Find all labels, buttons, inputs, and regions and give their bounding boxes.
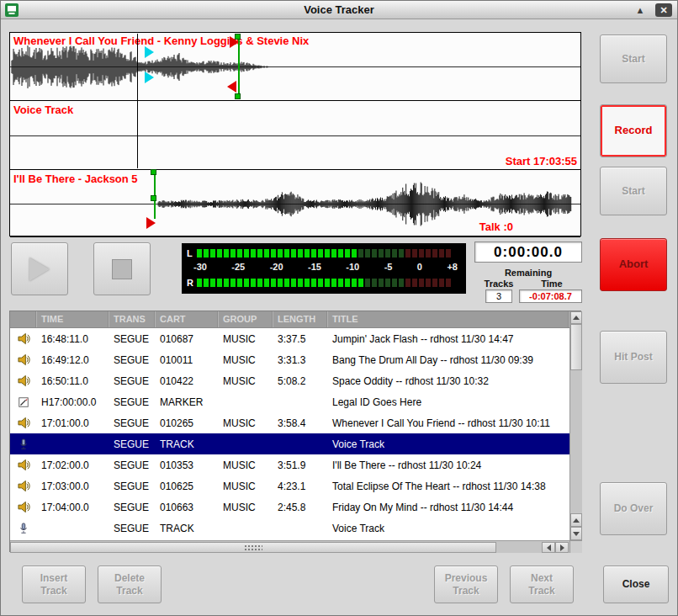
cell-cart: 010422 bbox=[156, 375, 219, 387]
close-button[interactable]: Close bbox=[603, 566, 669, 603]
log-table-row[interactable]: H17:00:00.0 SEGUE MARKER Legal ID Goes H… bbox=[10, 391, 569, 412]
log-table-row[interactable]: 17:02:00.0 SEGUE 010353 MUSIC 3:51.9 I'l… bbox=[10, 454, 569, 475]
log-table-body: 16:48:11.0 SEGUE 010687 MUSIC 3:37.5 Jum… bbox=[10, 328, 569, 540]
log-table-row[interactable]: 17:04:00.0 SEGUE 010663 MUSIC 2:45.8 Fri… bbox=[10, 497, 569, 518]
row-type-icon bbox=[10, 501, 37, 513]
cell-title: Voice Track bbox=[328, 523, 569, 534]
audio-meter: L -30-25-20-15-10-50+8 R bbox=[182, 243, 466, 294]
column-header-length: LENGTH bbox=[273, 311, 328, 327]
cell-time: H17:00:00.0 bbox=[37, 396, 109, 408]
cell-cart: 010663 bbox=[156, 502, 219, 513]
cell-group: MUSIC bbox=[219, 459, 273, 471]
cell-title: Total Eclipse Of The Heart -- rdhost 11/… bbox=[328, 481, 569, 492]
cell-group: MUSIC bbox=[219, 354, 273, 366]
column-header-icon bbox=[10, 311, 37, 327]
track3-talk-time: Talk :0 bbox=[479, 220, 513, 233]
log-table-row[interactable]: 16:48:11.0 SEGUE 010687 MUSIC 3:37.5 Jum… bbox=[10, 328, 569, 349]
track2-centerline bbox=[10, 135, 580, 136]
speaker-icon bbox=[18, 374, 30, 387]
scroll-up-icon[interactable] bbox=[570, 513, 582, 527]
row-type-icon bbox=[10, 459, 37, 471]
start-button-1[interactable]: Start bbox=[600, 35, 667, 83]
meter-right-segments bbox=[197, 279, 451, 287]
time-remaining-value: -0:07:08.7 bbox=[519, 289, 582, 303]
scrollbar-corner bbox=[569, 540, 582, 553]
do-over-button[interactable]: Do Over bbox=[600, 482, 667, 535]
log-table-row[interactable]: 16:50:11.0 SEGUE 010422 MUSIC 5:08.2 Spa… bbox=[10, 370, 569, 391]
tracks-remaining-label: Tracks bbox=[477, 279, 521, 289]
insert-track-button[interactable]: Insert Track bbox=[22, 566, 86, 603]
log-table-row[interactable]: SEGUE TRACK Voice Track bbox=[10, 518, 569, 539]
hit-post-button[interactable]: Hit Post bbox=[600, 331, 667, 384]
cell-length: 4:23.1 bbox=[273, 481, 328, 492]
abort-button[interactable]: Abort bbox=[600, 238, 667, 291]
cell-cart: MARKER bbox=[156, 396, 219, 408]
cell-length: 3:51.9 bbox=[273, 459, 328, 471]
speaker-icon bbox=[18, 417, 30, 429]
track-region-1[interactable]: Whenever I Call You Friend - Kenny Loggi… bbox=[10, 33, 580, 101]
next-track-button[interactable]: Next Track bbox=[510, 566, 574, 603]
cell-group: MUSIC bbox=[219, 417, 273, 429]
log-table-header: TIME TRANS CART GROUP LENGTH TITLE bbox=[10, 311, 569, 328]
cell-group: MUSIC bbox=[219, 375, 273, 387]
horizontal-scroll-thumb[interactable] bbox=[10, 542, 496, 553]
fade-marker-icon[interactable] bbox=[227, 81, 236, 93]
segue-marker-icon[interactable] bbox=[145, 72, 154, 83]
track3-edit-handle-mid[interactable] bbox=[151, 195, 156, 201]
cell-time: 17:04:00.0 bbox=[37, 502, 109, 513]
previous-track-button[interactable]: Previous Track bbox=[434, 566, 498, 603]
vertical-scrollbar[interactable] bbox=[569, 311, 582, 540]
column-header-trans: TRANS bbox=[109, 311, 156, 327]
cell-time: 17:02:00.0 bbox=[37, 459, 109, 471]
log-table-row[interactable]: SEGUE TRACK Voice Track bbox=[10, 433, 569, 454]
track-region-2[interactable]: Voice Track Start 17:03:55 bbox=[10, 102, 580, 170]
cell-time: 16:48:11.0 bbox=[37, 333, 109, 345]
thumb-grip bbox=[244, 544, 262, 552]
vertical-scroll-thumb[interactable] bbox=[570, 324, 582, 370]
track3-title: I'll Be There - Jackson 5 bbox=[13, 173, 138, 185]
speaker-icon bbox=[18, 501, 30, 513]
meter-left-segments bbox=[197, 249, 451, 258]
cell-title: Bang The Drum All Day -- rdhost 11/30 09… bbox=[328, 354, 569, 366]
cell-group: MUSIC bbox=[219, 481, 273, 492]
cell-trans: SEGUE bbox=[109, 333, 156, 345]
cell-length: 5:08.2 bbox=[273, 375, 328, 387]
marker-note-icon bbox=[18, 396, 29, 408]
cell-title: Legal ID Goes Here bbox=[328, 396, 569, 408]
cell-time: 16:49:12.0 bbox=[37, 354, 109, 366]
play-button[interactable] bbox=[11, 242, 68, 295]
shade-window-icon[interactable]: ▲ bbox=[632, 3, 649, 18]
tracks-remaining-value: 3 bbox=[485, 289, 512, 303]
track-region-3[interactable]: I'll Be There - Jackson 5 Talk :0 bbox=[10, 171, 580, 237]
scroll-up-icon[interactable] bbox=[570, 311, 582, 324]
log-table-row[interactable]: 16:49:12.0 SEGUE 010011 MUSIC 3:31.3 Ban… bbox=[10, 349, 569, 370]
row-type-icon bbox=[10, 353, 37, 366]
delete-track-button[interactable]: Delete Track bbox=[98, 566, 162, 603]
log-table-row[interactable]: 17:01:00.0 SEGUE 010265 MUSIC 3:58.4 Whe… bbox=[10, 412, 569, 433]
cell-title: Jumpin' Jack Flash -- rdhost 11/30 14:47 bbox=[328, 333, 569, 345]
start-button-2[interactable]: Start bbox=[600, 167, 667, 215]
remaining-label: Remaining bbox=[474, 268, 582, 278]
track3-edit-handle-top[interactable] bbox=[151, 169, 156, 175]
scroll-right-icon[interactable] bbox=[555, 542, 569, 553]
cell-group: MUSIC bbox=[219, 333, 273, 345]
column-header-time: TIME bbox=[37, 311, 109, 327]
log-table: TIME TRANS CART GROUP LENGTH TITLE bbox=[9, 311, 581, 552]
column-header-cart: CART bbox=[156, 311, 219, 327]
track3-start-marker-icon[interactable] bbox=[146, 217, 156, 229]
track1-edit-handle-bottom[interactable] bbox=[235, 93, 241, 99]
stop-button[interactable] bbox=[93, 242, 151, 295]
fade-marker-icon[interactable] bbox=[230, 36, 239, 48]
record-button[interactable]: Record bbox=[600, 104, 667, 157]
cell-trans: SEGUE bbox=[109, 354, 156, 366]
scroll-down-icon[interactable] bbox=[570, 527, 582, 540]
row-type-icon bbox=[10, 374, 37, 387]
segue-marker-icon[interactable] bbox=[145, 46, 154, 58]
row-type-icon bbox=[10, 396, 37, 408]
log-table-row[interactable]: 17:03:00.0 SEGUE 010625 MUSIC 4:23.1 Tot… bbox=[10, 475, 569, 497]
scroll-left-icon[interactable] bbox=[542, 542, 555, 553]
row-type-icon bbox=[10, 417, 37, 429]
microphone-icon bbox=[18, 523, 29, 534]
horizontal-scrollbar[interactable] bbox=[10, 540, 569, 553]
close-window-icon[interactable]: ✕ bbox=[655, 3, 672, 17]
